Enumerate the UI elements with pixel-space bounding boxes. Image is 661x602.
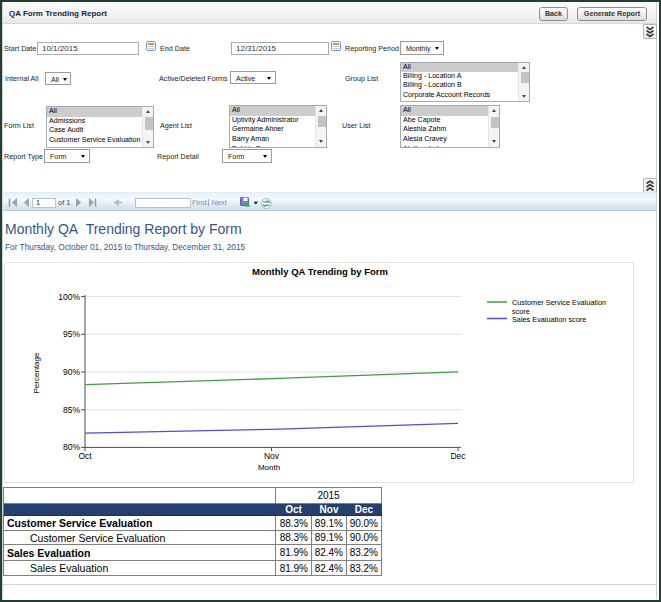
svg-text:Percentage: Percentage (32, 352, 41, 393)
svg-text:Monthly QA Trending by Form: Monthly QA Trending by Form (252, 266, 388, 277)
svg-text:90%: 90% (63, 367, 80, 377)
svg-text:Sales Evaluation score: Sales Evaluation score (512, 315, 586, 324)
svg-text:Oct: Oct (78, 451, 92, 461)
svg-text:95%: 95% (63, 329, 80, 339)
svg-text:85%: 85% (63, 405, 80, 415)
svg-text:Customer Service Evaluation: Customer Service Evaluation (512, 298, 606, 307)
svg-text:Dec: Dec (450, 451, 466, 461)
svg-text:Month: Month (258, 463, 280, 472)
svg-text:100%: 100% (58, 292, 80, 302)
svg-text:Nov: Nov (264, 451, 280, 461)
